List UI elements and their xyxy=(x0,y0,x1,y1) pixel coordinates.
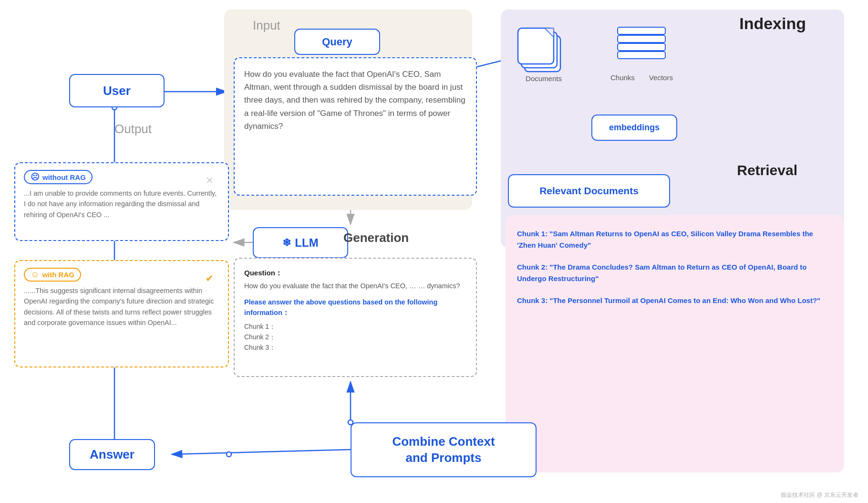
llm-box: ❄ LLM xyxy=(253,227,348,258)
llm-label: LLM xyxy=(295,236,318,250)
query-box: Query xyxy=(294,29,380,55)
combine-label: Combine Contextand Prompts xyxy=(392,434,495,466)
query-text-box: How do you evaluate the fact that OpenAI… xyxy=(234,57,477,196)
with-rag-tag: ☺ with RAG xyxy=(24,268,81,282)
chunks-label: Chunks xyxy=(610,73,635,82)
embeddings-label: embeddings xyxy=(609,123,660,133)
documents-icon xyxy=(515,24,572,76)
db-section: Chunks Vectors xyxy=(610,23,673,82)
svg-rect-29 xyxy=(618,43,665,51)
user-label: User xyxy=(103,84,131,98)
with-rag-label: with RAG xyxy=(42,271,74,279)
without-rag-box: ☹ without RAG ✕ ...I am unable to provid… xyxy=(14,162,229,241)
chunk2-gen: Chunk 2： xyxy=(244,332,466,342)
relevant-docs-box: Relevant Documents xyxy=(508,174,670,208)
question-label: Question： xyxy=(244,267,466,279)
with-rag-text: ......This suggests significant internal… xyxy=(24,285,219,328)
diagram-container: Input Indexing Retrieval Chunk 1: "Sam A… xyxy=(0,0,868,503)
input-label: Input xyxy=(253,18,280,33)
svg-rect-27 xyxy=(518,28,554,64)
documents-section: Documents xyxy=(515,24,572,83)
chunk3-gen: Chunk 3： xyxy=(244,342,466,353)
chunk2-title: Chunk 2: "The Drama Concludes? Sam Altma… xyxy=(517,263,806,283)
relevant-docs-label: Relevant Documents xyxy=(539,185,639,197)
documents-label: Documents xyxy=(526,74,562,83)
instruction-bold: Please answer the above questions based … xyxy=(244,297,466,318)
check-icon: ✔ xyxy=(206,272,214,284)
query-text: How do you evaluate the fact that OpenAI… xyxy=(244,68,466,133)
indexing-label: Indexing xyxy=(739,14,806,33)
user-box: User xyxy=(69,74,165,107)
svg-point-9 xyxy=(227,452,231,457)
without-rag-tag: ☹ without RAG xyxy=(24,170,93,184)
chunk1-title: Chunk 1: "Sam Altman Returns to OpenAI a… xyxy=(517,230,813,249)
svg-rect-31 xyxy=(618,27,665,34)
relevant-docs-detail-panel: Chunk 1: "Sam Altman Returns to OpenAI a… xyxy=(506,215,844,472)
svg-rect-28 xyxy=(618,52,665,59)
with-rag-box: ☺ with RAG ✔ ......This suggests signifi… xyxy=(14,260,229,367)
generation-label: Generation xyxy=(343,231,409,245)
chunk3-title: Chunk 3: "The Personnel Turmoil at OpenA… xyxy=(517,296,820,304)
question-text: How do you evaluate the fact that the Op… xyxy=(244,281,466,292)
answer-box: Answer xyxy=(69,439,155,470)
svg-line-8 xyxy=(172,450,351,454)
without-rag-text: ...I am unable to provide comments on fu… xyxy=(24,188,219,220)
generation-box: Question： How do you evaluate the fact t… xyxy=(234,258,477,377)
svg-rect-30 xyxy=(618,35,665,42)
embeddings-box: embeddings xyxy=(591,115,677,141)
output-label: Output xyxy=(114,122,152,136)
watermark: 掘金技术社区 @ 京东云开发者 xyxy=(781,491,858,499)
answer-label: Answer xyxy=(90,447,134,462)
query-label: Query xyxy=(322,36,352,48)
database-icon xyxy=(613,23,670,75)
retrieval-label: Retrieval xyxy=(737,162,797,178)
close-icon: ✕ xyxy=(206,175,214,186)
without-rag-label: without RAG xyxy=(42,173,86,181)
combine-box: Combine Contextand Prompts xyxy=(351,422,537,477)
chunk1-gen: Chunk 1： xyxy=(244,321,466,332)
vectors-label: Vectors xyxy=(649,73,673,82)
